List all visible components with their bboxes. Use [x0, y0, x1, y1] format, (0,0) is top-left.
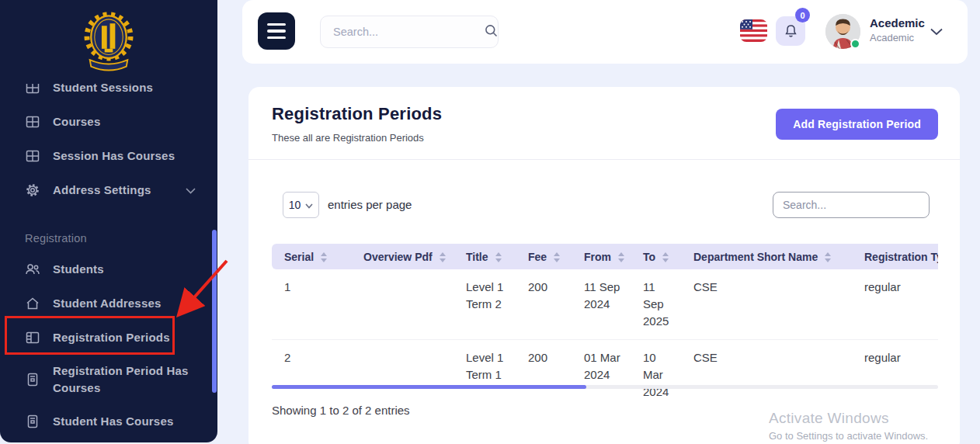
user-name[interactable]: Acedemic — [870, 16, 925, 29]
table-icon — [25, 114, 40, 130]
add-registration-period-button[interactable]: Add Registration Period — [776, 109, 938, 140]
sidebar-item-label: Session Has Courses — [53, 147, 175, 165]
table-cell: regular — [852, 269, 938, 340]
column-header-label: Registration Type — [864, 251, 938, 263]
sidebar-item-label: Students — [53, 261, 104, 278]
table-cell — [351, 340, 454, 411]
table-search — [773, 192, 930, 218]
per-page-value: 10 — [289, 199, 301, 211]
sidebar-item-label: Address Settings — [53, 182, 151, 199]
sidebar-item-students[interactable]: Students — [0, 252, 217, 286]
table-row: 1Level 1 Term 220011 Sep 202411 Sep 2025… — [272, 269, 938, 340]
hamburger-icon — [267, 23, 286, 26]
journal-icon — [25, 372, 40, 387]
sidebar-item-label: Student Has Courses — [53, 413, 174, 430]
table-cell: 1 — [272, 269, 351, 340]
journal-icon — [25, 414, 40, 429]
table-header-row: SerialOverview PdfTitleFeeFromToDepartme… — [272, 244, 938, 269]
table-controls: 10 entries per page — [248, 160, 960, 214]
table-cell: 2 — [272, 340, 351, 411]
table-cell: 200 — [516, 340, 572, 411]
column-header-label: Title — [466, 251, 488, 263]
sidebar-item-address-settings[interactable]: Address Settings — [0, 173, 217, 207]
table-cell: Level 1 Term 1 — [454, 340, 516, 411]
table-cell: 11 Sep 2024 — [572, 269, 631, 340]
table-cell: 01 Mar 2024 — [572, 340, 631, 411]
layout-sidebar-icon — [25, 330, 40, 345]
online-status-dot — [850, 39, 860, 49]
sidebar-item-registration-periods[interactable]: Registration Periods — [0, 321, 217, 355]
bell-icon — [784, 24, 798, 38]
entries-per-page-label: entries per page — [328, 198, 412, 211]
page-subtitle: These all are Registration Periods — [272, 132, 424, 144]
horizontal-scrollbar-track[interactable] — [272, 385, 938, 389]
language-flag-button[interactable] — [740, 19, 767, 42]
sidebar-item-session-has-courses[interactable]: Session Has Courses — [0, 139, 217, 173]
column-header-label: From — [584, 251, 611, 263]
gear-icon — [25, 182, 40, 198]
sort-icon — [825, 252, 831, 262]
column-header-overview-pdf[interactable]: Overview Pdf — [351, 244, 454, 269]
table-cell — [351, 269, 454, 340]
page-title: Registration Periods — [272, 104, 442, 124]
sidebar-logo[interactable] — [0, 0, 217, 84]
user-role: Academic — [870, 32, 914, 43]
us-flag-icon — [740, 19, 767, 42]
sidebar-scrollbar[interactable] — [212, 230, 217, 393]
column-header-label: Department Short Name — [693, 251, 818, 263]
sidebar-item-registration-period-has-courses[interactable]: Registration Period Has Courses — [0, 355, 217, 404]
chevron-down-icon[interactable] — [930, 25, 943, 39]
home-icon — [25, 296, 40, 311]
column-header-label: Fee — [528, 251, 547, 263]
table-cell: CSE — [681, 340, 852, 411]
university-crest-logo — [79, 9, 138, 78]
showing-entries-text: Showing 1 to 2 of 2 entries — [272, 404, 410, 417]
sidebar-item-label: Courses — [53, 113, 100, 130]
column-header-to[interactable]: To — [631, 244, 681, 269]
table-cell: Level 1 Term 2 — [454, 269, 516, 340]
activate-windows-subtext: Go to Settings to activate Windows. — [769, 430, 928, 442]
column-header-registration-type[interactable]: Registration Type — [852, 244, 938, 269]
sidebar-item-label: Registration Periods — [53, 329, 170, 346]
column-header-label: To — [643, 251, 655, 263]
table-search-input[interactable] — [773, 193, 929, 217]
people-icon — [25, 262, 40, 277]
sidebar: Student SessionsCoursesSession Has Cours… — [0, 0, 217, 442]
content-card: Registration Periods These all are Regis… — [248, 87, 960, 444]
column-header-from[interactable]: From — [572, 244, 631, 269]
column-header-title[interactable]: Title — [454, 244, 516, 269]
chevron-down-icon — [186, 183, 196, 197]
menu-toggle-button[interactable] — [258, 12, 295, 50]
column-header-label: Overview Pdf — [363, 251, 433, 263]
column-header-fee[interactable]: Fee — [516, 244, 572, 269]
notification-count-badge: 0 — [795, 8, 810, 23]
sidebar-item-label: Student Addresses — [53, 295, 162, 312]
table-cell: 11 Sep 2025 — [631, 269, 681, 340]
sidebar-item-courses[interactable]: Courses — [0, 105, 217, 139]
table-cell: regular — [852, 340, 938, 411]
table-icon — [25, 148, 40, 164]
sort-icon — [554, 252, 560, 262]
sort-icon — [321, 252, 327, 262]
table-cell: 10 Mar 2024 — [631, 340, 681, 411]
sidebar-item-label: Registration Period Has Courses — [53, 362, 196, 397]
column-header-serial[interactable]: Serial — [272, 244, 351, 269]
topbar: 0 Acedemic Academic — [242, 0, 968, 64]
global-search — [320, 16, 499, 48]
table-cell: CSE — [681, 269, 852, 340]
sidebar-nav: Student SessionsCoursesSession Has Cours… — [0, 71, 217, 439]
card-header: Registration Periods These all are Regis… — [248, 87, 960, 160]
horizontal-scrollbar-thumb[interactable] — [272, 385, 586, 389]
chevron-down-icon — [305, 199, 313, 211]
sidebar-section-label: Registration — [0, 229, 217, 248]
table-row: 2Level 1 Term 120001 Mar 202410 Mar 2024… — [272, 340, 938, 411]
entries-per-page-select[interactable]: 10 — [283, 192, 319, 218]
sort-icon — [495, 252, 502, 262]
sidebar-item-student-has-courses[interactable]: Student Has Courses — [0, 404, 217, 439]
activate-windows-watermark: Activate Windows — [769, 410, 889, 427]
column-header-label: Serial — [284, 251, 314, 263]
column-header-department-short-name[interactable]: Department Short Name — [681, 244, 852, 269]
sidebar-item-student-addresses[interactable]: Student Addresses — [0, 286, 217, 321]
sort-icon — [618, 252, 624, 262]
global-search-input[interactable] — [321, 26, 485, 38]
